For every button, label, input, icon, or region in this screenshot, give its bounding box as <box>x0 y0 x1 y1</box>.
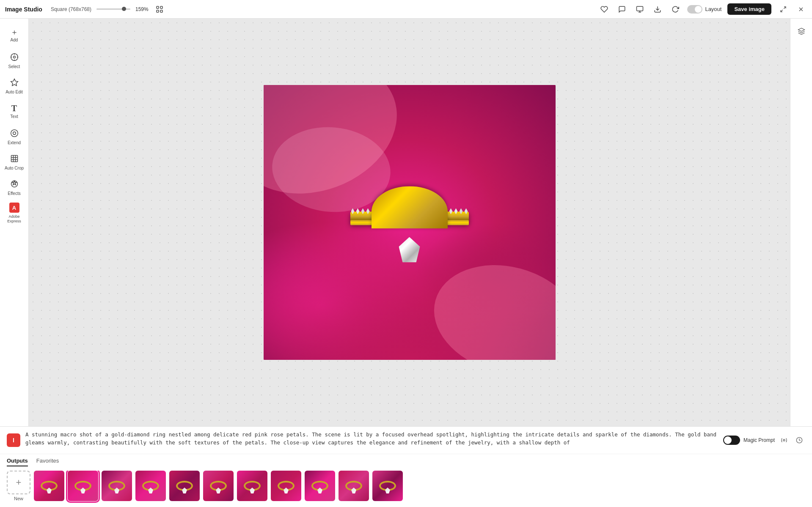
prompt-bar: I Magic Prompt <box>0 427 812 454</box>
zoom-percentage: 159% <box>135 6 149 12</box>
comment-button[interactable] <box>616 3 628 15</box>
layout-switch-knob <box>695 6 702 13</box>
layout-label: Layout <box>705 6 721 12</box>
svg-marker-27 <box>798 28 804 32</box>
thumbnail-1[interactable] <box>34 471 64 501</box>
extend-icon <box>10 129 19 139</box>
right-panel <box>790 19 812 426</box>
tool-add-label: Add <box>11 38 18 43</box>
svg-rect-21 <box>11 155 17 162</box>
prompt-history-button[interactable] <box>793 434 805 446</box>
select-icon <box>10 53 19 63</box>
header: Image Studio Square (768x768) 159% La <box>0 0 812 19</box>
outputs-tabs: Outputs Favorites <box>7 458 805 466</box>
tool-extend[interactable]: Extend <box>3 125 26 149</box>
magic-prompt-area: Magic Prompt <box>723 434 805 446</box>
prompt-brand-icon: I <box>7 433 20 447</box>
refresh-button[interactable] <box>669 3 681 15</box>
app-logo: Image Studio <box>5 6 42 13</box>
main-container: ＋ Add Select Auto Edit T Text Extend <box>0 19 812 426</box>
magic-prompt-label: Magic Prompt <box>743 437 775 443</box>
thumbnail-9[interactable] <box>305 471 335 501</box>
layout-switch[interactable] <box>687 5 702 14</box>
magic-prompt-toggle[interactable] <box>723 436 740 445</box>
svg-line-8 <box>784 7 786 9</box>
zoom-slider-container[interactable] <box>96 8 130 10</box>
svg-rect-2 <box>157 10 159 12</box>
svg-rect-3 <box>160 10 162 12</box>
tool-adobe-express-label: AdobeExpress <box>7 214 21 224</box>
thumbnail-6[interactable] <box>203 471 234 501</box>
zoom-slider-track[interactable] <box>96 8 130 10</box>
tool-auto-crop[interactable]: Auto Crop <box>3 151 26 174</box>
new-circle-icon[interactable]: + <box>7 471 30 494</box>
canvas-area[interactable] <box>29 19 790 426</box>
text-icon: T <box>11 104 17 112</box>
svg-point-28 <box>783 439 785 441</box>
tool-select-label: Select <box>8 64 20 69</box>
auto-edit-icon <box>10 78 19 88</box>
tool-effects[interactable]: Effects <box>3 176 26 200</box>
thumbnail-11[interactable] <box>372 471 403 501</box>
svg-point-20 <box>13 132 16 134</box>
adobe-express-icon: A <box>9 203 19 213</box>
thumbnail-2[interactable] <box>68 471 98 501</box>
tool-auto-edit-label: Auto Edit <box>6 90 23 95</box>
thumbnail-8[interactable] <box>271 471 301 501</box>
thumbnail-4[interactable] <box>135 471 166 501</box>
thumbnail-10[interactable] <box>339 471 369 501</box>
outputs-section: Outputs Favorites + New <box>0 454 812 507</box>
effects-icon <box>10 180 19 189</box>
svg-rect-4 <box>637 6 643 11</box>
favorite-button[interactable] <box>598 3 610 15</box>
zoom-slider-thumb[interactable] <box>122 7 126 11</box>
close-button[interactable] <box>795 3 807 15</box>
svg-marker-18 <box>11 79 18 85</box>
tool-auto-edit[interactable]: Auto Edit <box>3 74 26 98</box>
svg-rect-1 <box>160 6 162 8</box>
share-button[interactable] <box>634 3 646 15</box>
svg-rect-0 <box>157 6 159 8</box>
fit-screen-button[interactable] <box>154 3 165 15</box>
canvas-image <box>264 85 556 360</box>
tool-effects-label: Effects <box>8 191 20 196</box>
expand-button[interactable] <box>777 3 789 15</box>
svg-point-19 <box>11 129 18 137</box>
prompt-settings-button[interactable] <box>778 434 790 446</box>
tool-text[interactable]: T Text <box>3 100 26 123</box>
magic-prompt-knob <box>724 436 732 444</box>
prompt-input[interactable] <box>25 431 718 449</box>
tool-text-label: Text <box>10 114 18 119</box>
header-actions: Layout Save image <box>598 3 807 15</box>
tool-auto-crop-label: Auto Crop <box>5 166 24 171</box>
tab-outputs[interactable]: Outputs <box>7 458 28 466</box>
add-icon: ＋ <box>11 28 18 36</box>
tool-add[interactable]: ＋ Add <box>3 24 26 47</box>
thumbnail-7[interactable] <box>237 471 267 501</box>
new-label: New <box>14 496 23 501</box>
svg-line-9 <box>781 10 783 12</box>
auto-crop-icon <box>10 154 19 164</box>
tool-extend-label: Extend <box>8 140 21 145</box>
save-image-button[interactable]: Save image <box>727 3 771 15</box>
bottom-area: I Magic Prompt Outputs Favorites + New <box>0 426 812 507</box>
tool-adobe-express[interactable]: A AdobeExpress <box>3 201 26 225</box>
download-button[interactable] <box>652 3 663 15</box>
new-output-button[interactable]: + New <box>7 471 30 501</box>
thumbnails-row: + New <box>7 471 805 504</box>
tool-select[interactable]: Select <box>3 49 26 73</box>
tab-favorites[interactable]: Favorites <box>36 458 59 466</box>
layout-toggle[interactable]: Layout <box>687 5 721 14</box>
thumbnail-5[interactable] <box>169 471 200 501</box>
canvas-format: Square (768x768) <box>51 6 91 12</box>
thumbnail-3[interactable] <box>102 471 132 501</box>
ring-image <box>342 161 477 279</box>
layers-button[interactable] <box>794 24 809 39</box>
left-toolbar: ＋ Add Select Auto Edit T Text Extend <box>0 19 29 426</box>
svg-point-13 <box>13 56 15 58</box>
